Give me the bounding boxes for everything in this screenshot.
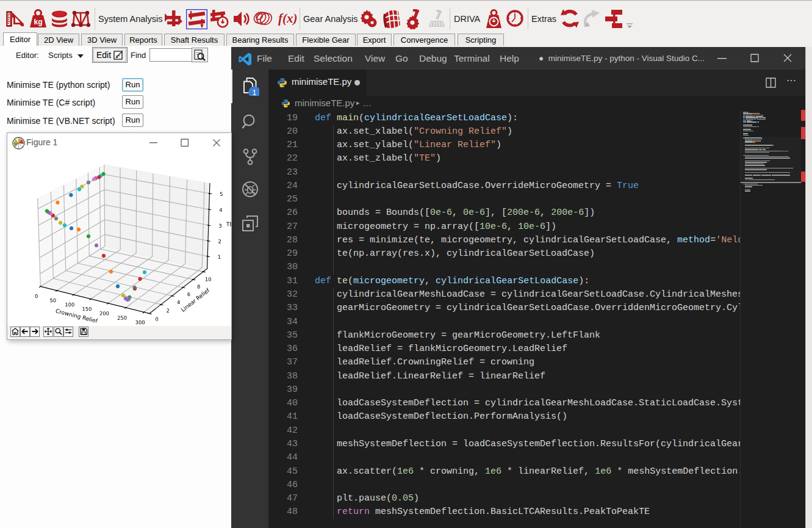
svg-text:kg: kg [34,18,42,26]
svg-text:1: 1 [253,89,257,96]
